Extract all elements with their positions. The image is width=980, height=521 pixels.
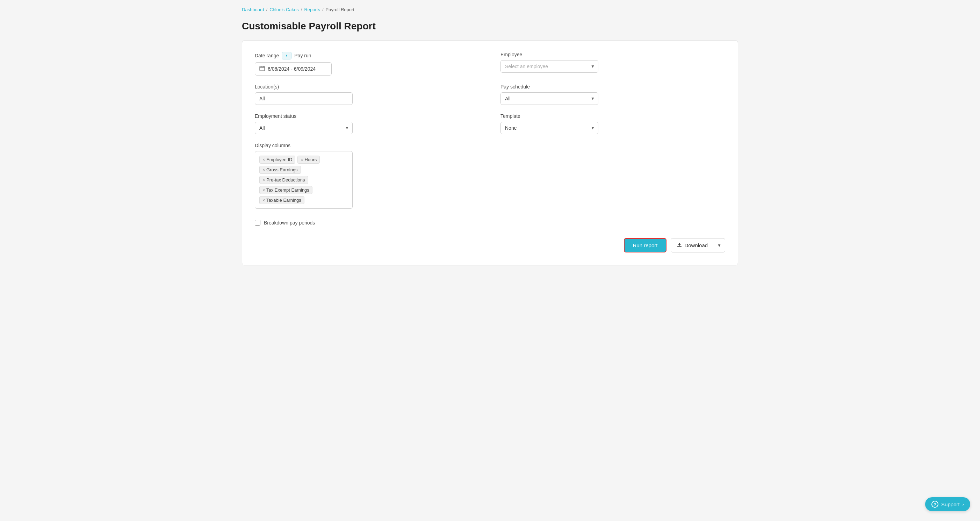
breakdown-checkbox[interactable] [255,220,260,226]
breadcrumb-dashboard[interactable]: Dashboard [242,7,264,12]
remove-pre-tax-deductions[interactable]: × [262,178,265,182]
locations-input[interactable] [255,92,353,105]
pay-schedule-label: Pay schedule [501,84,725,89]
run-report-button[interactable]: Run report [624,238,667,252]
breakdown-label[interactable]: Breakdown pay periods [264,220,315,226]
support-icon: ? [931,501,939,508]
footer-actions: Run report Download ▼ [255,238,725,252]
column-tag-gross-earnings: × Gross Earnings [259,166,301,174]
date-range-value: 6/08/2024 - 6/09/2024 [268,66,316,72]
breadcrumb-sep-1: / [266,7,268,12]
download-btn-wrapper: Download ▼ [671,238,725,252]
remove-hours[interactable]: × [301,158,303,162]
employment-status-select-wrapper: All ▼ [255,122,353,134]
employee-select[interactable]: Select an employee [501,60,598,73]
pay-schedule-section: Pay schedule All ▼ [501,84,725,105]
template-label: Template [501,113,725,119]
date-range-section: Date range Pay run [255,52,479,75]
date-range-label: Date range Pay run [255,52,479,59]
download-label: Download [684,242,708,248]
report-card: Date range Pay run [242,40,738,265]
date-range-input[interactable]: 6/08/2024 - 6/09/2024 [255,62,332,75]
download-icon [677,242,682,249]
template-section: Template None ▼ [501,113,725,134]
template-select[interactable]: None [501,122,598,134]
breakdown-section: Breakdown pay periods [255,220,479,226]
calendar-icon [259,65,265,72]
remove-taxable-earnings[interactable]: × [262,198,265,202]
breadcrumb-chloes-cakes[interactable]: Chloe’s Cakes [269,7,299,12]
breadcrumb-reports[interactable]: Reports [304,7,320,12]
locations-label: Location(s) [255,84,479,89]
employee-label: Employee [501,52,725,57]
pay-schedule-select[interactable]: All [501,92,598,105]
breadcrumb: Dashboard / Chloe’s Cakes / Reports / Pa… [242,7,738,12]
support-button[interactable]: ? Support › [925,497,970,511]
svg-rect-0 [260,67,264,71]
breadcrumb-sep-3: / [322,7,324,12]
locations-section: Location(s) [255,84,479,105]
remove-tax-exempt-earnings[interactable]: × [262,188,265,192]
columns-box: × Employee ID × Hours × Gross Earnings ×… [255,151,353,209]
pay-schedule-select-wrapper: All ▼ [501,92,598,105]
download-button[interactable]: Download [671,239,713,252]
template-select-wrapper: None ▼ [501,122,598,134]
column-tag-employee-id: × Employee ID [259,156,295,164]
column-tag-tax-exempt-earnings: × Tax Exempt Earnings [259,186,312,194]
employment-status-label: Employment status [255,113,479,119]
column-tag-taxable-earnings: × Taxable Earnings [259,196,304,204]
support-arrow-icon: › [963,502,964,507]
display-columns-label: Display columns [255,143,479,148]
display-columns-section: Display columns × Employee ID × Hours × … [255,143,479,209]
employment-status-section: Employment status All ▼ [255,113,479,134]
svg-rect-4 [677,246,681,247]
breadcrumb-sep-2: / [301,7,302,12]
support-label: Support [941,502,960,507]
date-range-toggle-icon[interactable] [282,52,291,59]
employment-status-select[interactable]: All [255,122,353,134]
remove-employee-id[interactable]: × [262,158,265,162]
page-title: Customisable Payroll Report [242,21,738,32]
breadcrumb-current: Payroll Report [326,7,355,12]
remove-gross-earnings[interactable]: × [262,168,265,172]
download-arrow-button[interactable]: ▼ [714,239,725,252]
column-tag-pre-tax-deductions: × Pre-tax Deductions [259,176,308,184]
employee-select-wrapper: Select an employee ▼ [501,60,598,73]
employee-section: Employee Select an employee ▼ [501,52,725,75]
column-tag-hours: × Hours [298,156,320,164]
